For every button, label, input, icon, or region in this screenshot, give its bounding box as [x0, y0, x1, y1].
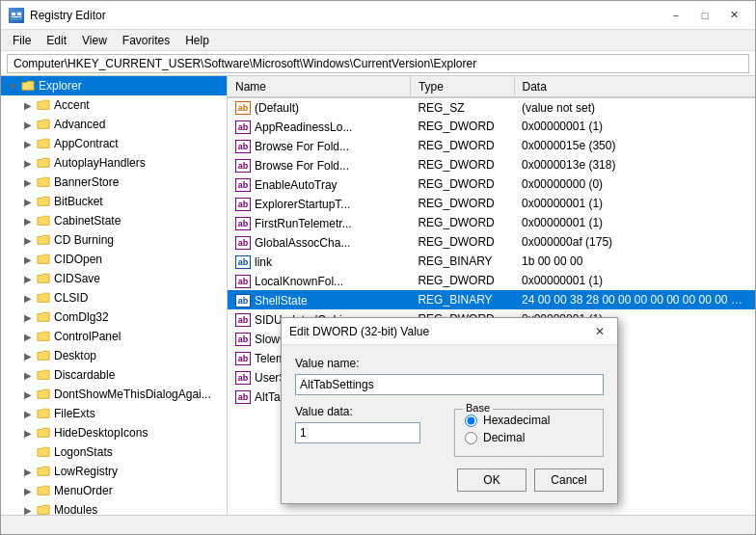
table-row[interactable]: abLocalKnownFol...REG_DWORD0x00000001 (1… [228, 271, 755, 290]
table-header-row: Name Type Data [228, 76, 755, 97]
app-icon [9, 8, 24, 23]
folder-icon-fileexts [36, 406, 51, 421]
expander-accent[interactable]: ▶ [20, 95, 36, 115]
expander-bitbucket[interactable]: ▶ [20, 192, 36, 211]
table-row[interactable]: ablinkREG_BINARY1b 00 00 00 [228, 252, 755, 271]
address-input[interactable] [7, 54, 749, 73]
expander-comdlg32[interactable]: ▶ [20, 308, 36, 327]
tree-item-controlpanel[interactable]: ▶ ControlPanel [1, 327, 227, 346]
col-header-name[interactable]: Name [228, 76, 410, 97]
tree-item-explorer[interactable]: ▼ Explorer [1, 76, 227, 95]
expander-explorer[interactable]: ▼ [5, 76, 20, 95]
tree-item-desktop[interactable]: ▶ Desktop [1, 346, 227, 365]
col-header-type[interactable]: Type [410, 76, 514, 97]
cell-type: REG_DWORD [410, 194, 514, 213]
expander-appcontract[interactable]: ▶ [20, 134, 36, 153]
cell-data: 0x00000001 (1) [514, 194, 755, 213]
close-button[interactable]: ✕ [720, 6, 747, 25]
menu-edit[interactable]: Edit [39, 32, 74, 49]
tree-item-discardable[interactable]: ▶ Discardable [1, 365, 227, 385]
expander-fileexts[interactable]: ▶ [20, 404, 36, 423]
expander-desktop[interactable]: ▶ [20, 346, 36, 365]
expander-modules[interactable]: ▶ [20, 500, 36, 515]
tree-item-cidopen[interactable]: ▶ CIDOpen [1, 250, 227, 269]
cell-data: 0x0000013e (318) [514, 155, 755, 174]
tree-item-hidedesktop[interactable]: ▶ HideDesktopIcons [1, 423, 227, 442]
expander-discardable[interactable]: ▶ [20, 365, 36, 385]
tree-item-clsid[interactable]: ▶ CLSID [1, 288, 227, 308]
tree-item-autoplayhandlers[interactable]: ▶ AutoplayHandlers [1, 153, 227, 173]
maximize-button[interactable]: □ [691, 6, 718, 25]
table-row[interactable]: abFirstRunTelemetr...REG_DWORD0x00000001… [228, 213, 755, 232]
folder-icon-desktop [36, 348, 51, 363]
folder-icon-logonstats [36, 444, 51, 460]
tree-item-advanced[interactable]: ▶ Advanced [1, 115, 227, 134]
decimal-radio[interactable] [465, 432, 477, 444]
table-row[interactable]: abBrowse For Fold...REG_DWORD0x0000015e … [228, 136, 755, 155]
tree-item-bannerstore[interactable]: ▶ BannerStore [1, 173, 227, 192]
cell-name: abFirstRunTelemetr... [228, 213, 410, 232]
expander-hidedesktop[interactable]: ▶ [20, 423, 36, 442]
tree-label-comdlg32: ComDlg32 [54, 310, 109, 324]
cell-type: REG_BINARY [410, 290, 514, 309]
expander-cabinetstate[interactable]: ▶ [20, 211, 36, 230]
tree-item-comdlg32[interactable]: ▶ ComDlg32 [1, 308, 227, 327]
expander-cdburning[interactable]: ▶ [20, 230, 36, 250]
table-row[interactable]: abEnableAutoTrayREG_DWORD0x00000000 (0) [228, 174, 755, 194]
expander-bannerstore[interactable]: ▶ [20, 173, 36, 192]
tree-item-menuorder[interactable]: ▶ MenuOrder [1, 481, 227, 500]
cell-name: abBrowse For Fold... [228, 155, 410, 174]
expander-menuorder[interactable]: ▶ [20, 481, 36, 500]
table-row[interactable]: ab(Default)REG_SZ(value not set) [228, 97, 755, 117]
value-name-input[interactable] [295, 374, 604, 395]
table-row[interactable]: abBrowse For Fold...REG_DWORD0x0000013e … [228, 155, 755, 174]
expander-dontshow[interactable]: ▶ [20, 385, 36, 404]
cell-type: REG_DWORD [410, 232, 514, 252]
tree-item-fileexts[interactable]: ▶ FileExts [1, 404, 227, 423]
folder-icon-appcontract [36, 136, 51, 151]
expander-clsid[interactable]: ▶ [20, 288, 36, 308]
svg-rect-1 [12, 13, 15, 15]
tree-item-appcontract[interactable]: ▶ AppContract [1, 134, 227, 153]
tree-item-cdburning[interactable]: ▶ CD Burning [1, 230, 227, 250]
tree-item-modules[interactable]: ▶ Modules [1, 500, 227, 515]
tree-item-accent[interactable]: ▶ Accent [1, 95, 227, 115]
tree-item-cidsave[interactable]: ▶ CIDSave [1, 269, 227, 288]
tree-item-cabinetstate[interactable]: ▶ CabinetState [1, 211, 227, 230]
menu-view[interactable]: View [74, 32, 115, 49]
table-row[interactable]: abShellStateREG_BINARY24 00 00 38 28 00 … [228, 290, 755, 309]
expander-cidopen[interactable]: ▶ [20, 250, 36, 269]
table-row[interactable]: abGlobalAssocCha...REG_DWORD0x000000af (… [228, 232, 755, 252]
minimize-button[interactable]: − [662, 6, 689, 25]
folder-icon-autoplay [36, 155, 51, 171]
table-row[interactable]: abExplorerStartupT...REG_DWORD0x00000001… [228, 194, 755, 213]
title-bar: Registry Editor − □ ✕ [1, 1, 755, 30]
expander-autoplay[interactable]: ▶ [20, 153, 36, 173]
expander-cidsave[interactable]: ▶ [20, 269, 36, 288]
col-header-data[interactable]: Data [514, 76, 755, 97]
cancel-button[interactable]: Cancel [534, 468, 604, 492]
folder-icon-explorer [20, 78, 36, 94]
cell-name: abGlobalAssocCha... [228, 232, 410, 252]
cell-data: 0x00000001 (1) [514, 271, 755, 290]
tree-label-hidedesktop: HideDesktopIcons [54, 426, 148, 440]
menu-file[interactable]: File [5, 32, 39, 49]
tree-item-dontshowdialog[interactable]: ▶ DontShowMeThisDialogAgai... [1, 385, 227, 404]
tree-item-lowregistry[interactable]: ▶ LowRegistry [1, 462, 227, 481]
table-row[interactable]: abAppReadinessLo...REG_DWORD0x00000001 (… [228, 117, 755, 136]
expander-logonstats[interactable] [20, 442, 36, 462]
value-data-input[interactable] [295, 422, 420, 443]
menu-help[interactable]: Help [177, 32, 217, 49]
cell-type: REG_DWORD [410, 136, 514, 155]
expander-advanced[interactable]: ▶ [20, 115, 36, 134]
modal-close-button[interactable]: ✕ [590, 323, 609, 340]
expander-lowreg[interactable]: ▶ [20, 462, 36, 481]
folder-icon-cabinetstate [36, 213, 51, 228]
hexadecimal-radio[interactable] [465, 415, 477, 427]
ok-button[interactable]: OK [457, 468, 526, 492]
menu-favorites[interactable]: Favorites [115, 32, 177, 49]
tree-item-bitbucket[interactable]: ▶ BitBucket [1, 192, 227, 211]
tree-label-controlpanel: ControlPanel [54, 330, 121, 343]
tree-item-logonstats[interactable]: LogonStats [1, 442, 227, 462]
expander-controlpanel[interactable]: ▶ [20, 327, 36, 346]
